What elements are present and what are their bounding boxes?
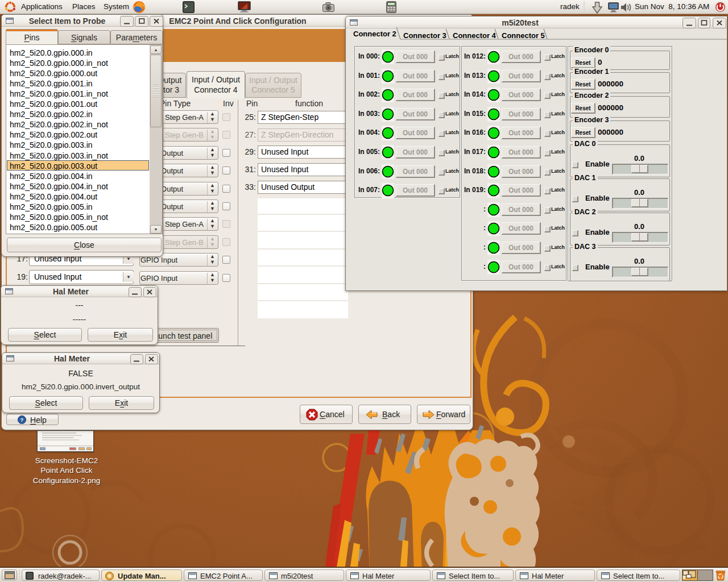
svg-text:?: ? bbox=[20, 417, 24, 423]
